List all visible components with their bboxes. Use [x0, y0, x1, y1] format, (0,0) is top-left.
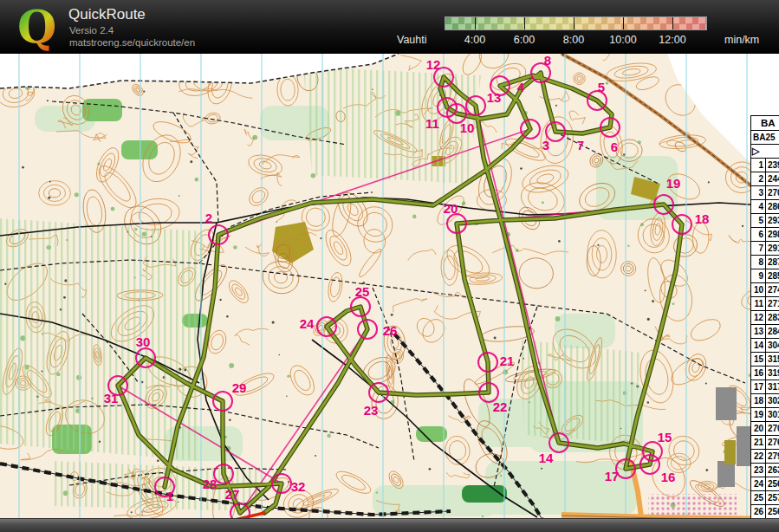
split-row: 14304 — [751, 339, 779, 353]
control-number: 24 — [300, 316, 315, 331]
control-number: 30 — [136, 334, 151, 349]
split-row: 26256 — [751, 505, 779, 519]
split-time: 271 — [766, 297, 779, 310]
control-number: 20 — [444, 201, 458, 216]
control-number: 22 — [493, 399, 508, 414]
split-time: 274 — [766, 283, 779, 296]
split-time: 270 — [766, 422, 779, 435]
control-number: 16 — [661, 470, 676, 484]
split-row: 6298 — [751, 228, 779, 242]
control-number: 2 — [205, 211, 212, 225]
split-time: 263 — [766, 464, 779, 477]
split-time: 284 — [766, 325, 779, 338]
split-row: 19301 — [751, 408, 779, 422]
split-control-number: 4 — [751, 200, 766, 213]
split-time: 301 — [766, 408, 779, 421]
split-time: 239 — [766, 159, 779, 172]
split-row: 20270 — [751, 422, 779, 436]
split-control-number: 18 — [751, 394, 766, 407]
control-number: 18 — [695, 211, 710, 226]
split-time: 276 — [766, 436, 779, 449]
app-version: Versio 2.4 — [69, 25, 114, 36]
split-time: 302 — [766, 394, 779, 407]
split-row: 9285 — [751, 269, 779, 283]
legend-tick-mark — [574, 17, 575, 29]
control-number: 29 — [232, 380, 247, 395]
split-control-number: 8 — [751, 256, 766, 269]
split-row: 25257 — [751, 491, 779, 505]
split-row: 10274 — [751, 283, 779, 297]
split-time: 283 — [766, 311, 779, 324]
control-number: 17 — [605, 469, 620, 483]
split-control-number: 3 — [751, 186, 766, 199]
split-time: 317 — [766, 380, 779, 393]
split-row: 4286 — [751, 200, 779, 214]
control-number: 14 — [539, 451, 554, 465]
legend-tick-mark — [524, 17, 525, 29]
split-row: 13284 — [751, 325, 779, 339]
split-time: 291 — [766, 242, 779, 255]
split-control-number: 25 — [751, 491, 766, 504]
control-number: 5 — [598, 80, 605, 94]
legend-tick-mark — [623, 17, 624, 29]
split-control-number: 23 — [751, 464, 766, 477]
split-row: 17317 — [751, 380, 779, 394]
split-control-number: 10 — [751, 283, 766, 296]
legend-tick-mark — [672, 17, 673, 29]
control-number: 10 — [460, 120, 475, 135]
pace-unit-label: min/km — [724, 34, 759, 46]
control-number: 13 — [487, 90, 502, 105]
split-control-number: 14 — [751, 339, 766, 352]
split-row: 21276 — [751, 436, 779, 450]
split-time: 287 — [766, 256, 779, 269]
split-control-number: 13 — [751, 325, 766, 338]
control-number: 25 — [355, 284, 370, 299]
split-time: 285 — [766, 269, 779, 282]
legend-tick-mark — [475, 17, 476, 29]
legend-tick-label: 12:00 — [659, 34, 685, 46]
control-number: 15 — [658, 430, 672, 444]
control-number: 21 — [500, 354, 515, 368]
control-number: 4 — [517, 80, 525, 94]
map-canvas[interactable]: 1234567810111213141516171819202122232425… — [0, 54, 779, 518]
control-number: 11 — [425, 116, 439, 131]
split-control-number: 12 — [751, 311, 766, 324]
split-time: 315 — [766, 353, 779, 366]
split-row: 18302 — [751, 394, 779, 408]
splits-panel[interactable]: BA BA25 ▷ 123922443270428652936298729182… — [750, 115, 779, 532]
legend-tick-label: 6:00 — [514, 34, 535, 46]
control-number: 23 — [364, 403, 379, 418]
split-time: 286 — [766, 200, 779, 213]
legend-tick-label: 8:00 — [563, 34, 584, 46]
pace-legend-label: Vauhti — [397, 34, 427, 46]
control-number: 32 — [291, 479, 306, 494]
control-number: 12 — [426, 57, 441, 72]
split-time: 304 — [766, 339, 779, 352]
split-time: 298 — [766, 228, 779, 241]
splits-title: BA — [751, 116, 779, 131]
split-time: 244 — [766, 172, 779, 185]
split-control-number: 7 — [751, 242, 766, 255]
split-control-number: 11 — [751, 297, 766, 310]
split-row: 1239 — [751, 159, 779, 172]
app-title: QuickRoute — [68, 6, 146, 23]
app-url: matstroeng.se/quickroute/en — [69, 37, 195, 48]
control-number: 31 — [104, 391, 119, 405]
split-time: 279 — [766, 450, 779, 463]
control-number: 19 — [666, 176, 681, 191]
map-area[interactable]: 1234567810111213141516171819202122232425… — [0, 54, 779, 518]
title-bar: Q QuickRoute Versio 2.4 matstroeng.se/qu… — [0, 0, 779, 54]
split-row: 15315 — [751, 353, 779, 367]
control-number: 1 — [166, 489, 173, 503]
split-control-number: 15 — [751, 353, 766, 366]
split-control-number: 16 — [751, 367, 766, 380]
split-control-number: 24 — [751, 477, 766, 490]
split-control-number: 2 — [751, 172, 766, 185]
split-row: 12283 — [751, 311, 779, 325]
control-number: 26 — [383, 323, 398, 338]
split-time: 293 — [766, 214, 779, 227]
split-control-number: 1 — [751, 159, 766, 172]
split-time: 257 — [766, 491, 779, 504]
split-row: 7291 — [751, 242, 779, 256]
split-control-number: 6 — [751, 228, 766, 241]
